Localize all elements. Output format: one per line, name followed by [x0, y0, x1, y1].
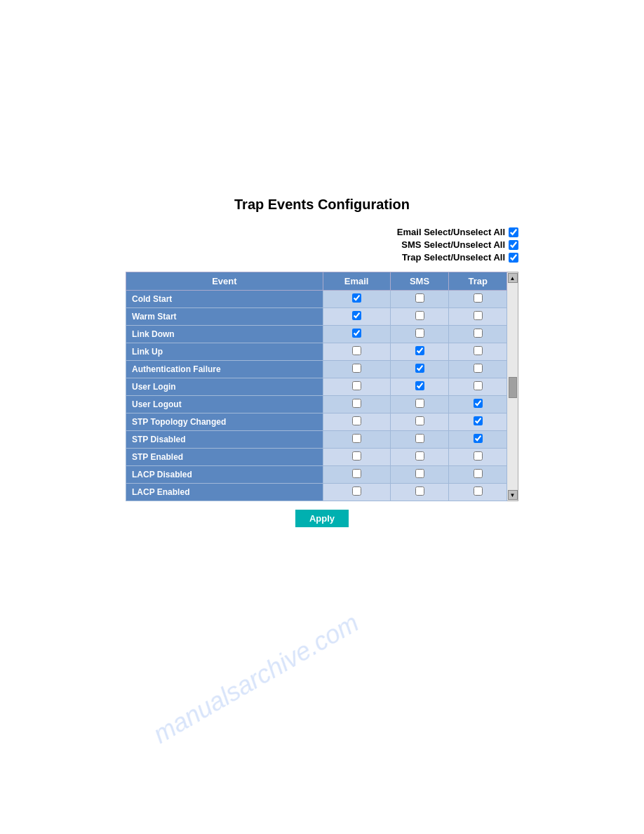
trap-cell [449, 378, 507, 396]
trap-cell [449, 291, 507, 308]
email-checkbox[interactable] [352, 329, 361, 338]
sms-checkbox[interactable] [415, 381, 424, 390]
apply-button[interactable]: Apply [295, 510, 349, 527]
sms-cell [390, 413, 449, 431]
email-checkbox[interactable] [352, 399, 361, 408]
table-row: STP Topology Changed [126, 413, 507, 431]
email-cell [323, 396, 390, 413]
email-checkbox[interactable] [352, 451, 361, 461]
trap-checkbox[interactable] [474, 434, 483, 443]
sms-cell [390, 308, 449, 326]
sms-select-all-checkbox[interactable] [509, 240, 518, 250]
event-cell: Authentication Failure [126, 361, 323, 378]
trap-cell [449, 413, 507, 431]
sms-checkbox[interactable] [415, 434, 424, 443]
trap-cell [449, 361, 507, 378]
trap-checkbox[interactable] [474, 311, 483, 320]
table-row: User Login [126, 378, 507, 396]
sms-cell [390, 396, 449, 413]
email-checkbox[interactable] [352, 469, 361, 478]
table-inner: Event Email SMS Trap Cold StartWarm Star… [126, 272, 507, 501]
sms-checkbox[interactable] [415, 451, 424, 461]
table-row: LACP Disabled [126, 466, 507, 484]
scrollbar-up-button[interactable]: ▲ [508, 273, 518, 283]
email-cell [323, 326, 390, 343]
sms-checkbox[interactable] [415, 486, 424, 496]
trap-select-all-checkbox[interactable] [509, 253, 518, 263]
trap-checkbox[interactable] [474, 451, 483, 461]
trap-select-all-label: Trap Select/Unselect All [402, 252, 505, 263]
sms-checkbox[interactable] [415, 346, 424, 355]
trap-cell [449, 343, 507, 361]
sms-cell [390, 378, 449, 396]
table-row: Authentication Failure [126, 361, 507, 378]
email-checkbox[interactable] [352, 434, 361, 443]
event-cell: LACP Disabled [126, 466, 323, 484]
event-cell: Link Down [126, 326, 323, 343]
trap-cell [449, 484, 507, 501]
email-checkbox[interactable] [352, 416, 361, 425]
trap-cell [449, 308, 507, 326]
scrollbar[interactable]: ▲ ▼ [507, 272, 518, 501]
sms-cell [390, 343, 449, 361]
trap-checkbox[interactable] [474, 469, 483, 478]
trap-checkbox[interactable] [474, 399, 483, 408]
table-row: Link Down [126, 326, 507, 343]
sms-cell [390, 361, 449, 378]
email-checkbox[interactable] [352, 381, 361, 390]
email-checkbox[interactable] [352, 293, 361, 303]
sms-checkbox[interactable] [415, 364, 424, 373]
scrollbar-down-button[interactable]: ▼ [508, 490, 518, 500]
trap-checkbox[interactable] [474, 329, 483, 338]
event-cell: STP Topology Changed [126, 413, 323, 431]
sms-cell [390, 291, 449, 308]
sms-select-all-label: SMS Select/Unselect All [401, 239, 505, 250]
scrollbar-thumb[interactable] [509, 377, 517, 398]
trap-checkbox[interactable] [474, 293, 483, 303]
event-cell: User Login [126, 378, 323, 396]
email-checkbox[interactable] [352, 486, 361, 496]
event-cell: LACP Enabled [126, 484, 323, 501]
sms-checkbox[interactable] [415, 399, 424, 408]
email-checkbox[interactable] [352, 364, 361, 373]
trap-checkbox[interactable] [474, 364, 483, 373]
trap-checkbox[interactable] [474, 381, 483, 390]
trap-cell [449, 431, 507, 449]
sms-checkbox[interactable] [415, 329, 424, 338]
event-cell: Link Up [126, 343, 323, 361]
sms-checkbox[interactable] [415, 311, 424, 320]
table-row: User Logout [126, 396, 507, 413]
email-select-all-checkbox[interactable] [509, 227, 518, 237]
apply-section: Apply [126, 510, 518, 527]
watermark: manualsarchive.com [149, 608, 364, 749]
table-scroll-container: Event Email SMS Trap Cold StartWarm Star… [126, 272, 518, 501]
sms-cell [390, 449, 449, 466]
email-select-all-label: Email Select/Unselect All [397, 227, 505, 237]
table-row: Warm Start [126, 308, 507, 326]
col-header-trap: Trap [449, 272, 507, 291]
email-cell [323, 378, 390, 396]
sms-checkbox[interactable] [415, 469, 424, 478]
events-table: Event Email SMS Trap Cold StartWarm Star… [126, 272, 507, 501]
page-title: Trap Events Configuration [234, 197, 410, 213]
email-cell [323, 466, 390, 484]
trap-cell [449, 449, 507, 466]
sms-select-all-row: SMS Select/Unselect All [401, 239, 518, 250]
trap-checkbox[interactable] [474, 346, 483, 355]
email-cell [323, 484, 390, 501]
trap-checkbox[interactable] [474, 416, 483, 425]
sms-cell [390, 326, 449, 343]
email-cell [323, 291, 390, 308]
col-header-event: Event [126, 272, 323, 291]
sms-checkbox[interactable] [415, 416, 424, 425]
sms-cell [390, 431, 449, 449]
email-checkbox[interactable] [352, 311, 361, 320]
event-cell: STP Enabled [126, 449, 323, 466]
trap-cell [449, 326, 507, 343]
email-checkbox[interactable] [352, 346, 361, 355]
trap-checkbox[interactable] [474, 486, 483, 496]
event-cell: Warm Start [126, 308, 323, 326]
trap-select-all-row: Trap Select/Unselect All [402, 252, 518, 263]
sms-checkbox[interactable] [415, 293, 424, 303]
col-header-email: Email [323, 272, 390, 291]
